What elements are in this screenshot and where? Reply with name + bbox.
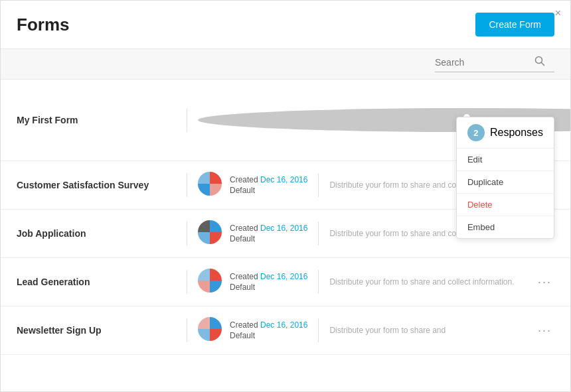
form-name: Job Application [17, 228, 176, 239]
divider [187, 270, 187, 294]
dropdown-header: 2 Responses [457, 117, 554, 149]
search-bar [1, 49, 570, 80]
dropdown-item-embed[interactable]: Embed [457, 216, 554, 238]
search-container [435, 56, 554, 72]
form-created-date: Created Dec 16, 2016 [230, 320, 307, 330]
table-row: Newsletter Sign Up Created Dec 16, 2016 … [1, 306, 570, 355]
form-created-date: Created Dec 16, 2016 [230, 224, 307, 233]
form-owner: Default [230, 234, 307, 243]
dropdown-item-edit[interactable]: Edit [457, 149, 554, 171]
dropdown-item-duplicate[interactable]: Duplicate [457, 171, 554, 194]
avatar [198, 317, 222, 344]
page-title: Forms [17, 15, 69, 35]
close-icon[interactable]: × [555, 7, 561, 19]
form-meta: Created Dec 16, 2016 Default [230, 175, 307, 195]
divider [318, 222, 319, 245]
dropdown-item-delete[interactable]: Delete [457, 194, 554, 216]
dropdown-badge: 2 [467, 124, 485, 141]
table-row: My First Form Created Dec 19, 2016 Helen… [1, 80, 570, 161]
more-options-button[interactable]: ··· [535, 322, 554, 339]
dropdown-menu: 2 Responses Edit Duplicate Delete Embed [456, 117, 554, 239]
form-meta: Created Dec 16, 2016 Default [230, 272, 307, 292]
form-name: Newsletter Sign Up [17, 325, 176, 336]
form-description: Distribute your form to share and collec… [329, 276, 535, 288]
divider [187, 318, 187, 342]
divider [187, 222, 187, 245]
form-owner: Default [230, 186, 307, 195]
avatar [198, 220, 222, 247]
form-actions: ··· [535, 322, 554, 339]
more-options-button[interactable]: ··· [535, 273, 554, 291]
search-input[interactable] [435, 57, 534, 68]
avatar [198, 172, 222, 198]
page-header: Forms Create Form [1, 1, 570, 49]
forms-list: My First Form Created Dec 19, 2016 Helen… [1, 80, 570, 355]
form-description: Distribute your form to share and [329, 324, 535, 336]
form-name: Lead Generation [17, 277, 176, 287]
form-name: Customer Satisfaction Survey [17, 180, 176, 190]
divider [318, 270, 319, 294]
form-owner: Default [230, 283, 307, 292]
form-created-date: Created Dec 16, 2016 [230, 175, 307, 184]
form-owner: Default [230, 331, 307, 340]
divider [318, 318, 319, 342]
table-row: Lead Generation Created Dec 16, 2016 Def… [1, 258, 570, 306]
form-name: My First Form [17, 115, 176, 125]
responses-label: Responses [490, 127, 543, 139]
divider [318, 173, 319, 197]
form-created-date: Created Dec 16, 2016 [230, 272, 307, 281]
form-meta: Created Dec 16, 2016 Default [230, 320, 307, 340]
divider [187, 108, 187, 132]
form-actions: ··· [535, 273, 554, 291]
divider [187, 173, 187, 197]
create-form-button[interactable]: Create Form [475, 13, 554, 36]
avatar [198, 269, 222, 295]
search-icon [534, 56, 545, 69]
form-meta: Created Dec 16, 2016 Default [230, 224, 307, 243]
svg-line-1 [542, 63, 544, 66]
